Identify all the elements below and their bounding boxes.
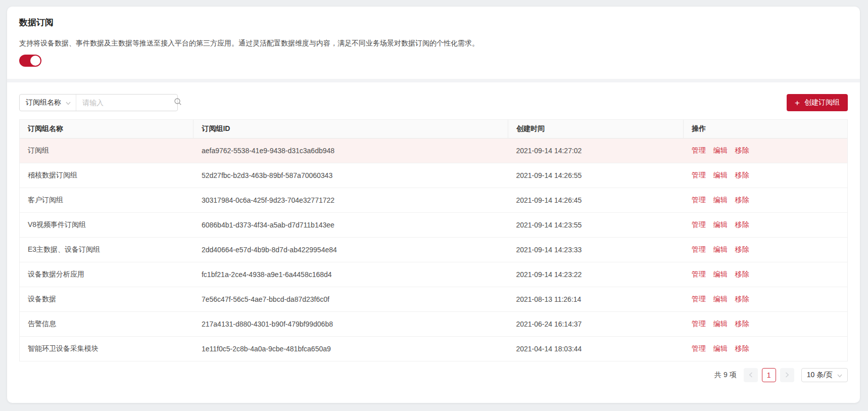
row-created: 2021-09-14 14:23:55 — [508, 212, 683, 237]
action-remove-link[interactable]: 移除 — [735, 295, 749, 303]
row-name: 客户订阅组 — [20, 188, 194, 212]
column-header-name: 订阅组名称 — [20, 120, 194, 138]
action-remove-link[interactable]: 移除 — [735, 344, 749, 352]
row-name: 告警信息 — [20, 311, 194, 336]
row-name: 智能环卫设备采集模块 — [20, 336, 194, 361]
table-row: 告警信息217a4131-d880-4301-b90f-479bf99d06b8… — [20, 311, 847, 336]
action-remove-link[interactable]: 移除 — [735, 196, 749, 204]
row-id: 30317984-0c6a-425f-9d23-704e32771722 — [194, 188, 508, 212]
action-remove-link[interactable]: 移除 — [735, 319, 749, 328]
pagination-page-1[interactable]: 1 — [762, 368, 776, 382]
row-actions: 管理编辑移除 — [684, 237, 847, 262]
row-id: 6086b4b1-d373-4f34-a5ab-d7d711b143ee — [194, 212, 508, 237]
row-created: 2021-09-14 14:26:45 — [508, 188, 683, 212]
row-name: 稽核数据订阅组 — [20, 163, 194, 188]
action-edit-link[interactable]: 编辑 — [713, 295, 728, 303]
chevron-down-icon — [66, 99, 71, 107]
action-manage-link[interactable]: 管理 — [692, 344, 706, 352]
row-created: 2021-04-14 18:03:44 — [508, 336, 683, 361]
action-manage-link[interactable]: 管理 — [692, 319, 706, 328]
pagination-next-button[interactable] — [780, 368, 794, 382]
action-manage-link[interactable]: 管理 — [692, 245, 706, 253]
pagination-total: 共 9 项 — [714, 371, 737, 380]
table-row: 设备数据7e56c47f-56c5-4ae7-bbcd-da87d23f6c0f… — [20, 287, 847, 311]
search-icon[interactable] — [174, 98, 182, 108]
table-row: 稽核数据订阅组52d27fbc-b2d3-463b-89bf-587a70060… — [20, 163, 847, 188]
search-input[interactable] — [82, 99, 174, 107]
data-subscription-card: 数据订阅 支持将设备数据、事件数据及主数据等推送至接入平台的第三方应用。通过灵活… — [7, 7, 860, 403]
row-actions: 管理编辑移除 — [684, 287, 847, 311]
row-created: 2021-06-24 16:14:37 — [508, 311, 683, 336]
action-manage-link[interactable]: 管理 — [692, 295, 706, 303]
action-edit-link[interactable]: 编辑 — [713, 171, 728, 179]
toolbar: 订阅组名称 + 创建订阅组 — [19, 94, 848, 111]
search-input-wrap — [76, 95, 187, 111]
action-remove-link[interactable]: 移除 — [735, 220, 749, 229]
pagination-prev-button[interactable] — [744, 368, 758, 382]
row-actions: 管理编辑移除 — [684, 311, 847, 336]
row-name: 设备数据 — [20, 287, 194, 311]
filter-field-label: 订阅组名称 — [26, 98, 61, 107]
row-created: 2021-09-14 14:27:02 — [508, 138, 683, 163]
row-id: fc1bf21a-2ce4-4938-a9e1-6a4458c168d4 — [194, 262, 508, 287]
action-manage-link[interactable]: 管理 — [692, 146, 706, 154]
column-header-created: 创建时间 — [508, 120, 683, 138]
table-row: 设备数据分析应用fc1bf21a-2ce4-4938-a9e1-6a4458c1… — [20, 262, 847, 287]
column-header-id: 订阅组ID — [194, 120, 508, 138]
row-id: 2dd40664-e57d-4b9b-8d7d-ab4229954e84 — [194, 237, 508, 262]
action-edit-link[interactable]: 编辑 — [713, 270, 728, 278]
table-row: E3主数据、设备订阅组2dd40664-e57d-4b9b-8d7d-ab422… — [20, 237, 847, 262]
pagination: 共 9 项 1 10 条/页 — [19, 368, 848, 382]
action-manage-link[interactable]: 管理 — [692, 220, 706, 229]
row-id: 52d27fbc-b2d3-463b-89bf-587a70060343 — [194, 163, 508, 188]
subscription-enable-toggle[interactable] — [19, 55, 41, 67]
action-edit-link[interactable]: 编辑 — [713, 344, 728, 352]
chevron-down-icon — [837, 371, 842, 379]
row-name: V8视频事件订阅组 — [20, 212, 194, 237]
row-actions: 管理编辑移除 — [684, 336, 847, 361]
table-row: 客户订阅组30317984-0c6a-425f-9d23-704e3277172… — [20, 188, 847, 212]
subscription-table: 订阅组名称 订阅组ID 创建时间 操作 订阅组aefa9762-5538-41e… — [19, 119, 848, 361]
action-edit-link[interactable]: 编辑 — [713, 220, 728, 229]
page-size-select[interactable]: 10 条/页 — [801, 368, 848, 382]
action-remove-link[interactable]: 移除 — [735, 146, 749, 154]
search-combo: 订阅组名称 — [19, 94, 178, 111]
row-created: 2021-08-13 11:26:14 — [508, 287, 683, 311]
column-header-actions: 操作 — [684, 120, 847, 138]
create-button-label: 创建订阅组 — [804, 98, 840, 107]
row-actions: 管理编辑移除 — [684, 188, 847, 212]
filter-field-select[interactable]: 订阅组名称 — [20, 95, 76, 111]
row-actions: 管理编辑移除 — [684, 262, 847, 287]
action-edit-link[interactable]: 编辑 — [713, 319, 728, 328]
row-actions: 管理编辑移除 — [684, 163, 847, 188]
row-created: 2021-09-14 14:23:33 — [508, 237, 683, 262]
row-id: 217a4131-d880-4301-b90f-479bf99d06b8 — [194, 311, 508, 336]
action-remove-link[interactable]: 移除 — [735, 270, 749, 278]
table-row: 订阅组aefa9762-5538-41e9-9438-d31c3a6db9482… — [20, 138, 847, 163]
row-name: 订阅组 — [20, 138, 194, 163]
plus-icon: + — [795, 99, 800, 107]
table-body: 订阅组aefa9762-5538-41e9-9438-d31c3a6db9482… — [20, 138, 847, 361]
action-remove-link[interactable]: 移除 — [735, 245, 749, 253]
action-manage-link[interactable]: 管理 — [692, 196, 706, 204]
card-header: 数据订阅 支持将设备数据、事件数据及主数据等推送至接入平台的第三方应用。通过灵活… — [7, 7, 860, 67]
page-description: 支持将设备数据、事件数据及主数据等推送至接入平台的第三方应用。通过灵活配置数据维… — [19, 39, 848, 47]
row-name: 设备数据分析应用 — [20, 262, 194, 287]
row-actions: 管理编辑移除 — [684, 212, 847, 237]
action-manage-link[interactable]: 管理 — [692, 171, 706, 179]
table-header-row: 订阅组名称 订阅组ID 创建时间 操作 — [20, 120, 847, 138]
action-edit-link[interactable]: 编辑 — [713, 196, 728, 204]
row-actions: 管理编辑移除 — [684, 138, 847, 163]
row-id: aefa9762-5538-41e9-9438-d31c3a6db948 — [194, 138, 508, 163]
table-row: 智能环卫设备采集模块1e11f0c5-2c8b-4a0a-9cbe-481bfc… — [20, 336, 847, 361]
row-created: 2021-09-14 14:26:55 — [508, 163, 683, 188]
toggle-knob — [30, 56, 40, 66]
action-manage-link[interactable]: 管理 — [692, 270, 706, 278]
action-remove-link[interactable]: 移除 — [735, 171, 749, 179]
action-edit-link[interactable]: 编辑 — [713, 146, 728, 154]
row-id: 7e56c47f-56c5-4ae7-bbcd-da87d23f6c0f — [194, 287, 508, 311]
action-edit-link[interactable]: 编辑 — [713, 245, 728, 253]
table-row: V8视频事件订阅组6086b4b1-d373-4f34-a5ab-d7d711b… — [20, 212, 847, 237]
row-name: E3主数据、设备订阅组 — [20, 237, 194, 262]
create-subscription-group-button[interactable]: + 创建订阅组 — [787, 94, 848, 111]
